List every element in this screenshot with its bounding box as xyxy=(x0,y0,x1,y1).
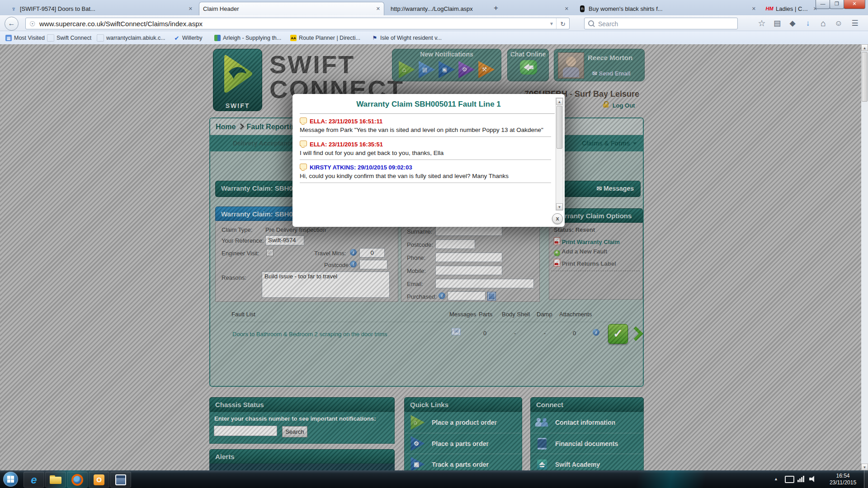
info-icon[interactable]: i xyxy=(439,292,445,299)
chassis-number-input[interactable] xyxy=(214,426,277,436)
bookmark-willerby[interactable]: ✔ Willerby xyxy=(174,31,202,45)
send-email-link[interactable]: ✉ Send Email xyxy=(592,70,631,77)
new-tab-button[interactable]: + xyxy=(494,4,498,13)
tab-hm[interactable]: HM Ladies | Cardigans & Jump... ✕ xyxy=(762,2,821,15)
minimize-button[interactable]: — xyxy=(816,0,830,9)
bookmark-star-icon[interactable]: ☆ xyxy=(756,18,768,29)
scroll-down-icon[interactable]: ▼ xyxy=(556,203,563,210)
url-bar[interactable]: ☉ www.supercare.co.uk/SwiftConnect/Claim… xyxy=(25,18,570,29)
fault-messages-icon[interactable]: ✉ xyxy=(452,328,461,335)
modal-scrollbar[interactable]: ▲ ▼ xyxy=(556,98,563,211)
tab-close-icon[interactable]: ✕ xyxy=(752,6,756,12)
mobile-input[interactable] xyxy=(435,266,502,275)
fault-complete-button[interactable]: ✓ xyxy=(608,324,628,344)
scroll-down-icon[interactable]: ▼ xyxy=(861,464,868,470)
chat-panel[interactable]: Chat Online xyxy=(507,49,549,81)
maximize-button[interactable]: ❐ xyxy=(830,0,844,9)
contact-postcode-input[interactable] xyxy=(435,239,475,249)
taskbar-app[interactable] xyxy=(110,472,131,488)
your-reference-input[interactable]: Swift-9574 xyxy=(265,235,304,245)
truck-icon[interactable]: ▣ xyxy=(437,60,456,79)
tab-close-icon[interactable]: ✕ xyxy=(376,6,380,12)
travel-mins-input[interactable]: 0 xyxy=(359,248,385,258)
scrollbar-thumb[interactable] xyxy=(862,52,868,102)
breadcrumb-section[interactable]: Fault Reporting xyxy=(246,123,300,131)
print-warranty-claim-link[interactable]: Print Warranty Claim xyxy=(554,237,620,245)
tools-icon[interactable]: ⚒ xyxy=(476,60,495,79)
taskbar-clock[interactable]: 16:54 23/11/2015 xyxy=(824,473,862,486)
tab-close-icon[interactable]: ✕ xyxy=(565,6,569,12)
nav-claims-forms[interactable]: Claims & Forms xyxy=(582,135,637,151)
logout-link[interactable]: Log Out xyxy=(603,102,635,109)
add-new-fault-link[interactable]: + Add a New Fault xyxy=(554,248,607,256)
surname-input[interactable] xyxy=(435,226,502,236)
info-icon[interactable]: i xyxy=(350,249,357,256)
info-icon[interactable]: i xyxy=(350,261,357,267)
tab-logclaim[interactable]: http://warranty.../LogClaim.aspx ✕ xyxy=(387,2,572,15)
taskbar-explorer[interactable] xyxy=(45,472,66,488)
reload-icon[interactable]: ↻ xyxy=(556,18,566,29)
laptop-icon[interactable]: ▤ xyxy=(417,60,436,79)
mobile-label: Mobile: xyxy=(407,267,426,274)
tab-claim-header[interactable]: Claim Header ✕ xyxy=(199,2,384,15)
product-order-icon[interactable]: ⌂ xyxy=(397,60,416,79)
bookmark-route-planner[interactable]: AA Route Planner | Directi... xyxy=(290,31,360,45)
page-scrollbar[interactable]: ▲ ▼ xyxy=(861,44,868,470)
connect-swift-academy[interactable]: Swift Academy xyxy=(531,454,643,470)
quick-link-parts-order[interactable]: ⚙ Place a parts order xyxy=(405,433,522,454)
start-button[interactable] xyxy=(3,472,18,487)
phone-input[interactable] xyxy=(435,253,502,262)
taskbar-ie[interactable]: e xyxy=(24,472,44,488)
bookmark-warrantyclaim[interactable]: warrantyclaim.abiuk.c... xyxy=(97,31,165,45)
calendar-icon[interactable] xyxy=(487,292,496,300)
bookmark-most-visited[interactable]: ▦ Most Visited xyxy=(5,31,45,45)
close-button[interactable]: ✕ xyxy=(844,0,865,9)
show-desktop-button[interactable] xyxy=(864,470,868,488)
menu-icon[interactable]: ☰ xyxy=(849,18,861,29)
purchased-input[interactable] xyxy=(448,291,486,300)
engineer-visit-checkbox[interactable]: ✓ xyxy=(266,249,274,256)
modal-close-button[interactable]: x xyxy=(552,213,563,224)
messages-button[interactable]: ✉ Messages xyxy=(596,181,634,196)
scroll-up-icon[interactable]: ▲ xyxy=(556,98,563,105)
shield-icon[interactable]: ◆ xyxy=(787,18,798,29)
connect-label: Contact information xyxy=(555,419,615,426)
pocket-icon[interactable]: ▤ xyxy=(771,18,783,29)
bookmark-swift-connect[interactable]: Swift Connect xyxy=(47,31,91,45)
tab-close-icon[interactable]: ✕ xyxy=(189,6,193,12)
breadcrumb-home[interactable]: Home xyxy=(216,123,236,131)
home-icon[interactable]: ⌂ xyxy=(817,18,829,29)
bookmark-arleigh[interactable]: Arleigh - Supplying th... xyxy=(214,31,281,45)
tab-title: Claim Header xyxy=(203,5,373,12)
scroll-up-icon[interactable]: ▲ xyxy=(861,44,868,51)
nav-delivery-acceptance[interactable]: Delivery Acceptance xyxy=(233,140,301,147)
connect-financial-documents[interactable]: Financial documents xyxy=(531,433,643,454)
tray-display-icon[interactable] xyxy=(785,476,794,483)
aa-icon: AA xyxy=(290,35,297,41)
bookmark-isle-of-wight[interactable]: ⚑ Isle of Wight resident v... xyxy=(372,31,442,45)
expand-chevron-icon[interactable] xyxy=(628,326,643,341)
search-input[interactable]: Search xyxy=(584,18,738,29)
tab-shop[interactable]: n Buy women's black shirts f... ✕ xyxy=(575,2,760,15)
taskbar-firefox[interactable] xyxy=(67,472,88,488)
fault-description-link[interactable]: Doors to Bathroom & Bedroom 2 scraping o… xyxy=(232,331,387,338)
scrollbar-thumb[interactable] xyxy=(557,106,562,149)
tab-jira[interactable]: ♆ [SWIFT-9574] Doors to Bat... ✕ xyxy=(6,2,196,15)
connect-contact-information[interactable]: Contact information xyxy=(531,412,643,433)
forum-icon[interactable]: ☺ xyxy=(833,18,844,29)
download-icon[interactable]: ↓ xyxy=(802,18,814,29)
print-returns-label-link[interactable]: Print Returns Label xyxy=(554,259,616,267)
tray-network-icon[interactable] xyxy=(797,475,805,482)
gears-icon[interactable]: ⚙ xyxy=(457,60,476,79)
reasons-textarea[interactable]: Build issue - too far to travel xyxy=(262,272,390,298)
quick-link-product-order[interactable]: ⌂ Place a product order xyxy=(405,412,522,433)
url-dropdown-icon[interactable]: ▼ xyxy=(549,18,554,29)
email-input[interactable] xyxy=(435,279,534,288)
tray-expand-icon[interactable]: ▲ xyxy=(774,477,778,481)
chassis-search-button[interactable]: Search xyxy=(282,426,307,437)
back-button[interactable]: ← xyxy=(5,17,19,31)
quick-link-track-order[interactable]: ▣ Track a parts order xyxy=(405,454,522,470)
taskbar-outlook[interactable]: O xyxy=(89,472,109,488)
postcode-input[interactable] xyxy=(359,260,387,269)
info-icon[interactable]: i xyxy=(593,329,599,336)
